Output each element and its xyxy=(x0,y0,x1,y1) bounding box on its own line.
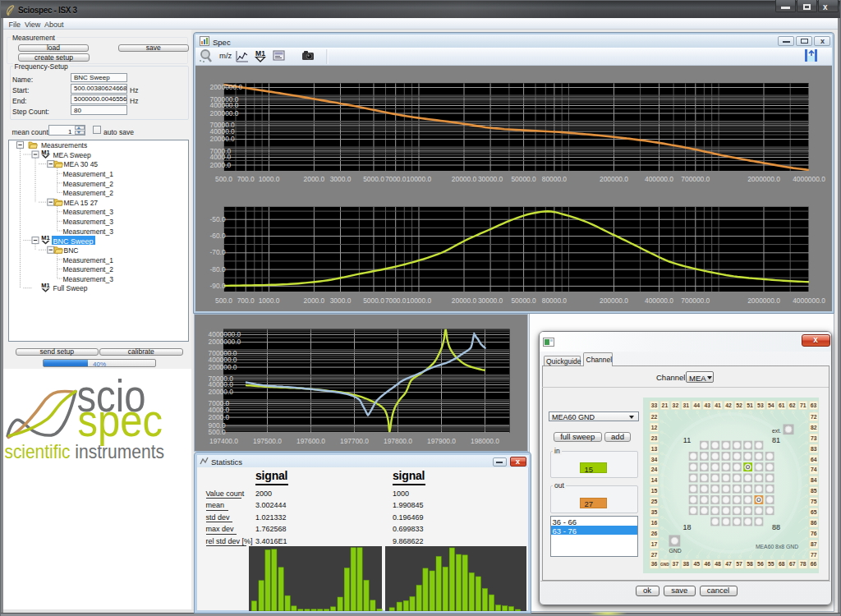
svg-text:GND: GND xyxy=(660,563,669,567)
svg-text:700.0: 700.0 xyxy=(237,297,255,305)
svg-text:73: 73 xyxy=(811,435,817,441)
svg-text:197700.0: 197700.0 xyxy=(340,437,369,445)
svg-text:24: 24 xyxy=(651,467,658,472)
svg-text:55: 55 xyxy=(768,561,774,567)
svg-text:1000.0: 1000.0 xyxy=(259,297,280,305)
svg-text:84: 84 xyxy=(811,477,817,483)
svg-text:198000.0: 198000.0 xyxy=(471,437,499,445)
svg-text:52: 52 xyxy=(736,402,742,408)
svg-text:51: 51 xyxy=(747,402,753,408)
svg-text:2000.0: 2000.0 xyxy=(304,175,325,183)
svg-text:44: 44 xyxy=(694,402,701,408)
svg-text:77: 77 xyxy=(811,552,817,558)
svg-text:67: 67 xyxy=(789,561,796,567)
svg-text:2000000.0: 2000000.0 xyxy=(209,338,241,346)
svg-text:400000.0: 400000.0 xyxy=(645,297,673,305)
svg-text:500.0: 500.0 xyxy=(215,175,232,183)
svg-text:53: 53 xyxy=(757,402,764,408)
svg-text:MEA60 8x8 GND: MEA60 8x8 GND xyxy=(756,544,798,549)
svg-text:200000.0: 200000.0 xyxy=(600,175,628,183)
svg-text:500.0: 500.0 xyxy=(209,428,226,436)
svg-text:20000.0: 20000.0 xyxy=(209,388,234,396)
svg-text:-60.0: -60.0 xyxy=(210,232,226,240)
svg-text:85: 85 xyxy=(811,488,817,494)
svg-text:18: 18 xyxy=(682,523,691,531)
svg-text:700000.0: 700000.0 xyxy=(681,297,710,305)
svg-text:instruments: instruments xyxy=(75,440,164,462)
svg-text:M1: M1 xyxy=(41,282,49,289)
svg-text:58: 58 xyxy=(747,561,753,567)
svg-text:22: 22 xyxy=(651,414,658,420)
svg-text:10000.0: 10000.0 xyxy=(407,175,432,183)
svg-text:197500.0: 197500.0 xyxy=(253,437,282,445)
svg-text:48: 48 xyxy=(715,561,721,567)
svg-text:11: 11 xyxy=(683,436,691,444)
svg-text:2000000.0: 2000000.0 xyxy=(747,297,780,305)
svg-text:400000.0: 400000.0 xyxy=(645,175,673,183)
svg-text:63: 63 xyxy=(811,402,817,408)
svg-text:500.0: 500.0 xyxy=(215,297,232,305)
svg-text:2000.0: 2000.0 xyxy=(209,413,230,421)
svg-text:36: 36 xyxy=(651,561,658,567)
svg-text:56: 56 xyxy=(757,561,764,567)
svg-text:200000.0: 200000.0 xyxy=(600,297,628,305)
svg-text:14: 14 xyxy=(651,477,658,483)
svg-text:42: 42 xyxy=(725,402,732,408)
svg-text:41: 41 xyxy=(715,402,721,408)
svg-text:2000000.0: 2000000.0 xyxy=(210,83,243,91)
svg-text:47: 47 xyxy=(725,561,732,567)
svg-text:50000.0: 50000.0 xyxy=(511,297,536,305)
svg-text:4000.0: 4000.0 xyxy=(210,153,232,161)
svg-text:ext.: ext. xyxy=(772,428,781,434)
svg-text:83: 83 xyxy=(811,446,817,452)
svg-text:2000.0: 2000.0 xyxy=(304,297,325,305)
svg-text:400000.0: 400000.0 xyxy=(210,101,239,109)
svg-text:64: 64 xyxy=(811,457,817,462)
svg-text:87: 87 xyxy=(811,541,817,547)
svg-text:65: 65 xyxy=(811,509,817,515)
svg-text:-90.0: -90.0 xyxy=(210,282,226,290)
svg-text:15: 15 xyxy=(651,488,658,494)
svg-text:197900.0: 197900.0 xyxy=(427,437,456,445)
svg-text:M1: M1 xyxy=(41,234,49,241)
svg-text:3000.0: 3000.0 xyxy=(330,175,352,183)
svg-text:40000.0: 40000.0 xyxy=(210,127,236,136)
svg-text:88: 88 xyxy=(772,523,780,531)
svg-text:75: 75 xyxy=(811,499,817,504)
svg-text:197400.0: 197400.0 xyxy=(209,437,238,445)
svg-text:3000.0: 3000.0 xyxy=(330,297,352,305)
svg-text:46: 46 xyxy=(704,561,710,567)
svg-text:33: 33 xyxy=(651,402,658,408)
svg-text:57: 57 xyxy=(736,561,742,567)
svg-text:38: 38 xyxy=(683,561,690,567)
svg-text:35: 35 xyxy=(651,509,658,515)
svg-text:12: 12 xyxy=(651,425,658,430)
svg-text:72: 72 xyxy=(811,414,817,420)
svg-text:200000.0: 200000.0 xyxy=(209,363,237,371)
svg-text:21: 21 xyxy=(662,402,669,408)
svg-text:200000.0: 200000.0 xyxy=(210,109,239,117)
svg-text:GND: GND xyxy=(669,548,681,554)
svg-text:17: 17 xyxy=(651,541,658,547)
svg-text:25: 25 xyxy=(651,499,658,504)
svg-text:-80.0: -80.0 xyxy=(210,265,226,274)
svg-text:68: 68 xyxy=(779,561,785,567)
svg-text:61: 61 xyxy=(779,402,785,408)
svg-text:2000.0: 2000.0 xyxy=(210,161,232,169)
svg-text:197600.0: 197600.0 xyxy=(296,437,325,445)
svg-text:16: 16 xyxy=(651,520,658,526)
svg-text:-50.0: -50.0 xyxy=(210,215,226,223)
svg-text:45: 45 xyxy=(694,561,701,567)
svg-text:5000.0: 5000.0 xyxy=(363,175,384,183)
svg-text:197800.0: 197800.0 xyxy=(384,437,412,445)
svg-text:81: 81 xyxy=(772,436,780,444)
svg-text:43: 43 xyxy=(704,402,710,408)
svg-text:20000.0: 20000.0 xyxy=(210,135,236,143)
svg-text:30000.0: 30000.0 xyxy=(478,297,503,305)
svg-text:86: 86 xyxy=(811,520,817,526)
svg-text:62: 62 xyxy=(789,402,796,408)
svg-text:37: 37 xyxy=(673,561,679,567)
svg-text:13: 13 xyxy=(651,446,658,452)
svg-text:1000.0: 1000.0 xyxy=(259,175,280,183)
svg-text:700000.0: 700000.0 xyxy=(681,175,710,183)
